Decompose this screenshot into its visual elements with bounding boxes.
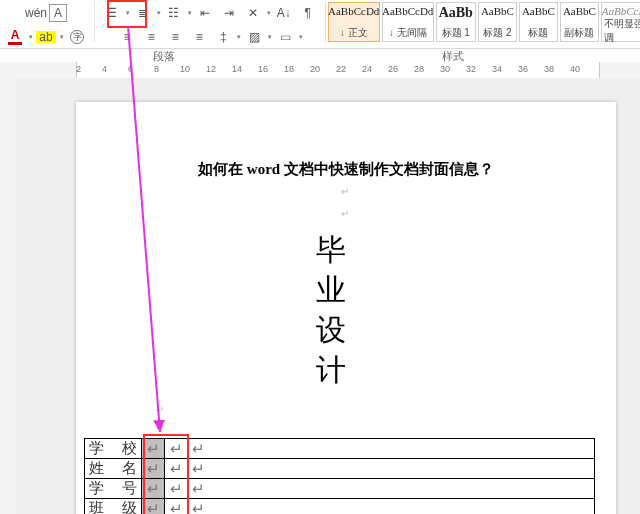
highlight-button[interactable]: ab xyxy=(35,26,57,48)
style-标题-1[interactable]: AaBb标题 1 xyxy=(436,2,476,42)
paragraph-group: ☰▾ ≣▾ ☷▾ ⇤ ⇥ ✕▾ A↓ ¶ ≡ ≡ ≡ ≡ ‡▾ ▨▾ ▭▾ xyxy=(97,0,323,48)
cover-field-value[interactable]: ↵ xyxy=(188,439,595,459)
chevron-down-icon[interactable]: ▾ xyxy=(157,9,161,17)
chevron-down-icon[interactable]: ▾ xyxy=(188,9,192,17)
style-副标题[interactable]: AaBbC副标题 xyxy=(560,2,599,42)
horizontal-ruler[interactable]: 246810121416182022242628303234363840 xyxy=(16,62,640,79)
table-row[interactable]: 姓 名↵↵↵ xyxy=(85,459,595,479)
cover-field-value[interactable]: ↵ xyxy=(188,499,595,515)
vertical-ruler[interactable] xyxy=(0,78,17,514)
cover-cell[interactable]: ↵ xyxy=(142,479,165,499)
phonetic-guide-button[interactable]: wén xyxy=(25,2,47,24)
ruler-corner xyxy=(0,62,17,79)
bullets-button[interactable]: ☰ xyxy=(101,2,123,24)
cover-cell[interactable]: ↵ xyxy=(165,439,188,459)
chevron-down-icon[interactable]: ▾ xyxy=(237,33,241,41)
separator xyxy=(325,2,326,42)
styles-group-label: 样式 xyxy=(266,49,640,63)
table-row[interactable]: 学 号↵↵↵ xyxy=(85,479,595,499)
document-heading[interactable]: 如何在 word 文档中快速制作文档封面信息？ xyxy=(76,160,616,179)
page[interactable]: 如何在 word 文档中快速制作文档封面信息？ ↵ ↵ 毕业设计 ↵ ↵ 学 校… xyxy=(76,102,616,514)
chevron-down-icon[interactable]: ▾ xyxy=(60,33,64,41)
paragraph-mark-icon: ↵ xyxy=(156,422,164,433)
style-↓-无间隔[interactable]: AaBbCcDd↓ 无间隔 xyxy=(382,2,434,42)
cover-field-label[interactable]: 学 号 xyxy=(85,479,142,499)
sort-button[interactable]: A↓ xyxy=(273,2,295,24)
chevron-down-icon[interactable]: ▾ xyxy=(29,33,33,41)
align-justify-button[interactable]: ≡ xyxy=(188,26,210,48)
ribbon: wén A A ▾ ab ▾ 字 ☰▾ ≣▾ ☷▾ ⇤ ⇥ ✕▾ A↓ ¶ ≡ … xyxy=(0,0,640,49)
cover-cell[interactable]: ↵ xyxy=(142,499,165,515)
paragraph-mark-icon: ↵ xyxy=(341,186,349,197)
vertical-cover-title[interactable]: 毕业设计 xyxy=(316,230,346,390)
cover-cell[interactable]: ↵ xyxy=(165,479,188,499)
chevron-down-icon[interactable]: ▾ xyxy=(267,9,271,17)
align-right-button[interactable]: ≡ xyxy=(164,26,186,48)
align-center-button[interactable]: ≡ xyxy=(140,26,162,48)
decrease-indent-button[interactable]: ⇤ xyxy=(194,2,216,24)
separator xyxy=(94,2,95,42)
cover-info-table[interactable]: 学 校↵↵↵姓 名↵↵↵学 号↵↵↵班 级↵↵↵ xyxy=(84,438,595,514)
paragraph-group-label: 段落 xyxy=(62,49,266,63)
multilevel-list-button[interactable]: ☷ xyxy=(163,2,185,24)
chevron-down-icon[interactable]: ▾ xyxy=(299,33,303,41)
cover-field-label[interactable]: 班 级 xyxy=(85,499,142,515)
char-border-button[interactable]: A xyxy=(49,4,67,22)
paragraph-mark-icon: ↵ xyxy=(156,404,164,415)
style-↓-正文[interactable]: AaBbCcDd↓ 正文 xyxy=(328,2,380,42)
document-area[interactable]: 如何在 word 文档中快速制作文档封面信息？ ↵ ↵ 毕业设计 ↵ ↵ 学 校… xyxy=(16,78,640,514)
align-left-button[interactable]: ≡ xyxy=(116,26,138,48)
chevron-down-icon[interactable]: ▾ xyxy=(268,33,272,41)
cover-field-label[interactable]: 学 校 xyxy=(85,439,142,459)
font-color-button[interactable]: A xyxy=(4,26,26,48)
borders-button[interactable]: ▭ xyxy=(274,26,296,48)
asian-layout-button[interactable]: ✕ xyxy=(242,2,264,24)
cover-field-label[interactable]: 姓 名 xyxy=(85,459,142,479)
numbering-button[interactable]: ≣ xyxy=(132,2,154,24)
cover-cell[interactable]: ↵ xyxy=(142,459,165,479)
table-row[interactable]: 学 校↵↵↵ xyxy=(85,439,595,459)
cover-field-value[interactable]: ↵ xyxy=(188,459,595,479)
cover-cell[interactable]: ↵ xyxy=(165,459,188,479)
style-标题-2[interactable]: AaBbC标题 2 xyxy=(478,2,517,42)
font-group: wén A A ▾ ab ▾ 字 xyxy=(0,0,92,48)
show-marks-button[interactable]: ¶ xyxy=(297,2,319,24)
styles-gallery[interactable]: AaBbCcDd↓ 正文AaBbCcDd↓ 无间隔AaBb标题 1AaBbC标题… xyxy=(328,0,640,42)
cover-field-value[interactable]: ↵ xyxy=(188,479,595,499)
table-row[interactable]: 班 级↵↵↵ xyxy=(85,499,595,515)
chevron-down-icon[interactable]: ▾ xyxy=(126,9,130,17)
line-spacing-button[interactable]: ‡ xyxy=(212,26,234,48)
shading-button[interactable]: ▨ xyxy=(243,26,265,48)
paragraph-mark-icon: ↵ xyxy=(341,208,349,219)
increase-indent-button[interactable]: ⇥ xyxy=(218,2,240,24)
style-不明显强调[interactable]: AaBbCcDd不明显强调 xyxy=(601,2,640,42)
cover-cell[interactable]: ↵ xyxy=(142,439,165,459)
cover-cell[interactable]: ↵ xyxy=(165,499,188,515)
enclose-chars-button[interactable]: 字 xyxy=(66,26,88,48)
style-标题[interactable]: AaBbC标题 xyxy=(519,2,558,42)
